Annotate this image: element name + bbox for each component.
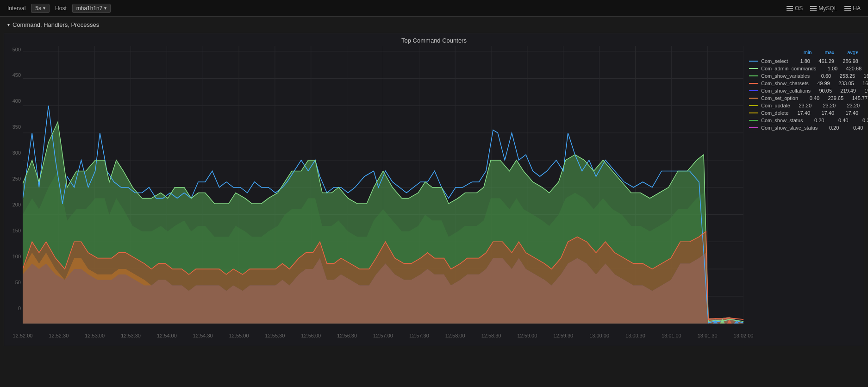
y-label-350: 350 <box>12 124 21 130</box>
legend-label-com-show-slave: Com_show_slave_status <box>761 125 818 131</box>
legend-label-com-admin: Com_admin_commands <box>761 66 816 71</box>
legend-min-com-admin: 1.00 <box>819 66 837 71</box>
legend-label-com-delete: Com_delete <box>761 110 789 116</box>
chart-area <box>23 46 743 333</box>
y-axis: 500 450 400 350 300 250 200 150 100 50 0 <box>4 46 23 333</box>
legend-item-com-show-char[interactable]: Com_show_charsets 49.99 233.05 161.60 <box>749 81 858 86</box>
legend-avg-com-select: 286.98 <box>840 58 858 64</box>
host-dropdown[interactable]: mha1h1n7 <box>72 4 111 13</box>
legend-item-com-select[interactable]: Com_select 1.80 461.29 286.98 <box>749 58 858 64</box>
legend-avg-com-delete: 17.40 <box>840 110 858 116</box>
x-label-12: 12:58:00 <box>445 333 465 338</box>
legend-max-com-delete: 17.40 <box>816 110 834 116</box>
x-label-5: 12:54:30 <box>193 333 213 338</box>
legend-values-com-show-coll: 90.05 219.49 157.06 <box>813 88 868 94</box>
chart-title: Top Command Counters <box>4 33 864 46</box>
legend-color-com-show-var <box>749 75 758 76</box>
y-label-400: 400 <box>12 98 21 104</box>
legend-header: min max avg▾ <box>749 50 858 56</box>
legend-item-com-show-status[interactable]: Com_show_status 0.20 0.40 0.36 <box>749 118 858 123</box>
interval-dropdown[interactable]: 5s <box>31 4 50 13</box>
legend-item-com-show-coll[interactable]: Com_show_collations 90.05 219.49 157.06 <box>749 88 858 94</box>
x-label-2: 12:53:00 <box>85 333 105 338</box>
legend-label-com-set-opt: Com_set_option <box>761 95 798 101</box>
legend-min-com-set-opt: 0.40 <box>801 95 819 101</box>
legend-item-com-show-var[interactable]: Com_show_variables 0.60 253.25 162.14 <box>749 73 858 79</box>
x-label-10: 12:57:00 <box>373 333 393 338</box>
x-axis: 12:52:00 12:52:30 12:53:00 12:53:30 12:5… <box>23 333 743 346</box>
legend-label-com-show-status: Com_show_status <box>761 118 803 123</box>
legend-item-com-set-opt[interactable]: Com_set_option 0.40 239.65 145.77 <box>749 95 858 101</box>
x-label-4: 12:54:00 <box>157 333 177 338</box>
ha-label: HA <box>853 5 861 12</box>
legend-col-max: max <box>824 50 834 56</box>
os-button[interactable]: OS <box>787 5 803 12</box>
legend-item-com-admin[interactable]: Com_admin_commands 1.00 420.68 253.14 <box>749 66 858 71</box>
y-label-250: 250 <box>12 176 21 181</box>
legend-col-min: min <box>804 50 812 56</box>
mysql-button[interactable]: MySQL <box>810 5 837 12</box>
mysql-label: MySQL <box>818 5 837 12</box>
legend-label-com-update: Com_update <box>761 103 790 108</box>
legend-item-com-update[interactable]: Com_update 23.20 23.20 23.20 <box>749 103 858 108</box>
legend-values-com-set-opt: 0.40 239.65 145.77 <box>801 95 868 101</box>
legend-max-com-select: 461.29 <box>816 58 834 64</box>
legend-max-com-show-slave: 0.40 <box>844 125 863 131</box>
legend-max-com-show-coll: 219.49 <box>837 88 856 94</box>
legend-color-com-delete <box>749 112 758 113</box>
legend-values-com-show-slave: 0.20 0.40 0.36 <box>820 125 868 131</box>
legend-color-com-update <box>749 105 758 106</box>
legend-color-com-show-coll <box>749 90 758 91</box>
legend-color-com-admin <box>749 68 758 69</box>
top-nav: Interval 5s Host mha1h1n7 OS MySQL HA <box>0 0 868 17</box>
interval-value: 5s <box>35 5 41 12</box>
nav-right: OS MySQL HA <box>787 5 861 12</box>
legend-color-com-select <box>749 61 758 62</box>
host-value: mha1h1n7 <box>76 5 103 12</box>
x-label-3: 12:53:30 <box>121 333 141 338</box>
legend-avg-com-show-var: 162.14 <box>861 73 868 79</box>
legend-label-com-show-coll: Com_show_collations <box>761 88 811 94</box>
legend-min-com-delete: 17.40 <box>792 110 810 116</box>
legend-color-com-show-slave <box>749 127 758 128</box>
y-label-100: 100 <box>12 254 21 259</box>
legend-max-com-show-char: 233.05 <box>836 81 854 86</box>
section-title: Command, Handlers, Processes <box>12 21 99 28</box>
legend-min-com-show-char: 49.99 <box>812 81 830 86</box>
x-label-7: 12:55:30 <box>265 333 285 338</box>
legend-min-com-show-slave: 0.20 <box>820 125 839 131</box>
legend-col-avg: avg▾ <box>847 50 858 56</box>
host-label: Host <box>55 5 67 12</box>
legend-item-com-delete[interactable]: Com_delete 17.40 17.40 17.40 <box>749 110 858 116</box>
chart-container: Top Command Counters 500 450 400 350 300… <box>4 33 864 346</box>
ha-button[interactable]: HA <box>844 5 861 12</box>
legend-values-com-show-char: 49.99 233.05 161.60 <box>812 81 868 86</box>
nav-left: Interval 5s Host mha1h1n7 <box>7 4 111 13</box>
legend-min-com-update: 23.20 <box>793 103 812 108</box>
legend-max-com-show-var: 253.25 <box>837 73 855 79</box>
legend-min-com-show-status: 0.20 <box>806 118 824 123</box>
legend-color-com-show-char <box>749 83 758 84</box>
section-header[interactable]: Command, Handlers, Processes <box>0 17 868 33</box>
y-label-500: 500 <box>12 47 21 52</box>
x-label-8: 12:56:00 <box>301 333 321 338</box>
legend-label-com-show-var: Com_show_variables <box>761 73 810 79</box>
x-label-20: 13:02:00 <box>734 333 754 338</box>
y-label-200: 200 <box>12 202 21 207</box>
legend-values-com-admin: 1.00 420.68 253.14 <box>819 66 868 71</box>
interval-label: Interval <box>7 5 25 12</box>
x-label-14: 12:59:00 <box>517 333 537 338</box>
x-label-1: 12:52:30 <box>49 333 69 338</box>
legend-avg-com-show-coll: 157.06 <box>862 88 868 94</box>
legend-values-com-show-status: 0.20 0.40 0.36 <box>806 118 868 123</box>
legend-item-com-show-slave[interactable]: Com_show_slave_status 0.20 0.40 0.36 <box>749 125 858 131</box>
x-label-17: 13:00:30 <box>625 333 645 338</box>
legend-color-com-set-opt <box>749 98 758 99</box>
legend-values-com-update: 23.20 23.20 23.20 <box>793 103 860 108</box>
legend-max-com-admin: 420.68 <box>843 66 862 71</box>
legend-label-com-select: Com_select <box>761 58 789 64</box>
legend-min-com-select: 1.80 <box>792 58 810 64</box>
legend-min-com-show-var: 0.60 <box>812 73 831 79</box>
x-label-13: 12:58:30 <box>481 333 501 338</box>
y-label-50: 50 <box>15 280 21 285</box>
